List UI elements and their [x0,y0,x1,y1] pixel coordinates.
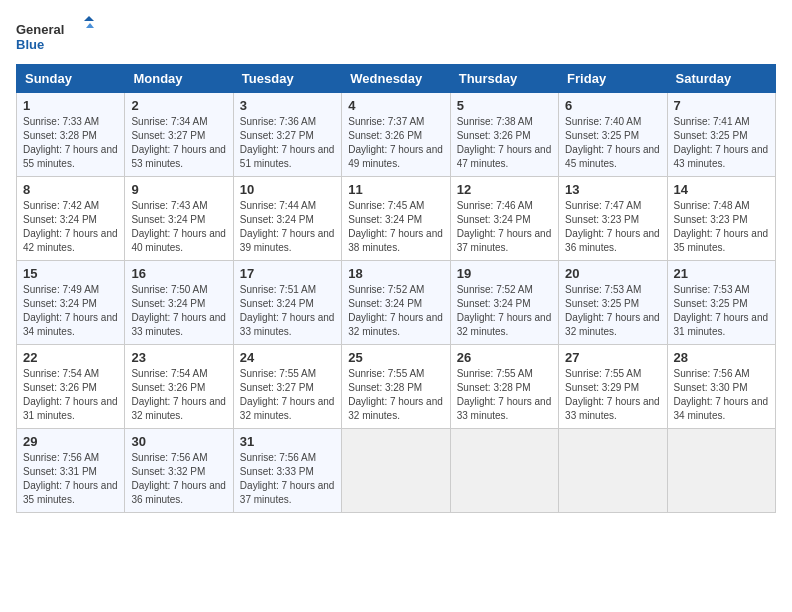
day-info: Sunrise: 7:55 AMSunset: 3:27 PMDaylight:… [240,367,335,423]
day-info: Sunrise: 7:49 AMSunset: 3:24 PMDaylight:… [23,283,118,339]
calendar-cell: 1Sunrise: 7:33 AMSunset: 3:28 PMDaylight… [17,93,125,177]
calendar-cell: 27Sunrise: 7:55 AMSunset: 3:29 PMDayligh… [559,345,667,429]
day-info: Sunrise: 7:44 AMSunset: 3:24 PMDaylight:… [240,199,335,255]
calendar-cell: 2Sunrise: 7:34 AMSunset: 3:27 PMDaylight… [125,93,233,177]
day-info: Sunrise: 7:50 AMSunset: 3:24 PMDaylight:… [131,283,226,339]
weekday-header-friday: Friday [559,65,667,93]
weekday-header-saturday: Saturday [667,65,775,93]
calendar-cell: 22Sunrise: 7:54 AMSunset: 3:26 PMDayligh… [17,345,125,429]
calendar-cell: 31Sunrise: 7:56 AMSunset: 3:33 PMDayligh… [233,429,341,513]
day-number: 6 [565,98,660,113]
day-info: Sunrise: 7:37 AMSunset: 3:26 PMDaylight:… [348,115,443,171]
day-info: Sunrise: 7:34 AMSunset: 3:27 PMDaylight:… [131,115,226,171]
day-number: 11 [348,182,443,197]
calendar-cell [450,429,558,513]
calendar-cell [667,429,775,513]
day-number: 25 [348,350,443,365]
calendar-cell: 24Sunrise: 7:55 AMSunset: 3:27 PMDayligh… [233,345,341,429]
day-number: 23 [131,350,226,365]
calendar-cell: 29Sunrise: 7:56 AMSunset: 3:31 PMDayligh… [17,429,125,513]
day-number: 15 [23,266,118,281]
calendar-week-1: 1Sunrise: 7:33 AMSunset: 3:28 PMDaylight… [17,93,776,177]
day-info: Sunrise: 7:53 AMSunset: 3:25 PMDaylight:… [565,283,660,339]
day-number: 29 [23,434,118,449]
calendar-cell: 4Sunrise: 7:37 AMSunset: 3:26 PMDaylight… [342,93,450,177]
day-number: 18 [348,266,443,281]
day-info: Sunrise: 7:55 AMSunset: 3:28 PMDaylight:… [348,367,443,423]
svg-marker-3 [86,23,94,28]
calendar-cell: 7Sunrise: 7:41 AMSunset: 3:25 PMDaylight… [667,93,775,177]
calendar-cell: 20Sunrise: 7:53 AMSunset: 3:25 PMDayligh… [559,261,667,345]
day-number: 20 [565,266,660,281]
weekday-header-thursday: Thursday [450,65,558,93]
calendar-cell: 21Sunrise: 7:53 AMSunset: 3:25 PMDayligh… [667,261,775,345]
day-number: 19 [457,266,552,281]
day-info: Sunrise: 7:56 AMSunset: 3:32 PMDaylight:… [131,451,226,507]
svg-marker-2 [84,16,94,21]
day-info: Sunrise: 7:40 AMSunset: 3:25 PMDaylight:… [565,115,660,171]
weekday-header-row: SundayMondayTuesdayWednesdayThursdayFrid… [17,65,776,93]
calendar-cell: 9Sunrise: 7:43 AMSunset: 3:24 PMDaylight… [125,177,233,261]
calendar-cell: 23Sunrise: 7:54 AMSunset: 3:26 PMDayligh… [125,345,233,429]
calendar-cell: 3Sunrise: 7:36 AMSunset: 3:27 PMDaylight… [233,93,341,177]
day-number: 22 [23,350,118,365]
day-info: Sunrise: 7:47 AMSunset: 3:23 PMDaylight:… [565,199,660,255]
day-number: 9 [131,182,226,197]
day-number: 31 [240,434,335,449]
day-info: Sunrise: 7:33 AMSunset: 3:28 PMDaylight:… [23,115,118,171]
day-number: 28 [674,350,769,365]
calendar-week-3: 15Sunrise: 7:49 AMSunset: 3:24 PMDayligh… [17,261,776,345]
day-number: 2 [131,98,226,113]
svg-text:Blue: Blue [16,37,44,52]
weekday-header-monday: Monday [125,65,233,93]
day-info: Sunrise: 7:54 AMSunset: 3:26 PMDaylight:… [131,367,226,423]
calendar-cell: 26Sunrise: 7:55 AMSunset: 3:28 PMDayligh… [450,345,558,429]
day-info: Sunrise: 7:52 AMSunset: 3:24 PMDaylight:… [348,283,443,339]
calendar-cell: 11Sunrise: 7:45 AMSunset: 3:24 PMDayligh… [342,177,450,261]
day-info: Sunrise: 7:56 AMSunset: 3:31 PMDaylight:… [23,451,118,507]
calendar-cell: 28Sunrise: 7:56 AMSunset: 3:30 PMDayligh… [667,345,775,429]
calendar-week-5: 29Sunrise: 7:56 AMSunset: 3:31 PMDayligh… [17,429,776,513]
calendar-cell: 6Sunrise: 7:40 AMSunset: 3:25 PMDaylight… [559,93,667,177]
calendar-cell: 17Sunrise: 7:51 AMSunset: 3:24 PMDayligh… [233,261,341,345]
day-info: Sunrise: 7:56 AMSunset: 3:33 PMDaylight:… [240,451,335,507]
day-info: Sunrise: 7:55 AMSunset: 3:29 PMDaylight:… [565,367,660,423]
day-number: 12 [457,182,552,197]
day-info: Sunrise: 7:56 AMSunset: 3:30 PMDaylight:… [674,367,769,423]
calendar-cell: 19Sunrise: 7:52 AMSunset: 3:24 PMDayligh… [450,261,558,345]
day-number: 26 [457,350,552,365]
weekday-header-wednesday: Wednesday [342,65,450,93]
day-number: 8 [23,182,118,197]
calendar-cell: 14Sunrise: 7:48 AMSunset: 3:23 PMDayligh… [667,177,775,261]
calendar-cell: 18Sunrise: 7:52 AMSunset: 3:24 PMDayligh… [342,261,450,345]
day-info: Sunrise: 7:36 AMSunset: 3:27 PMDaylight:… [240,115,335,171]
day-number: 27 [565,350,660,365]
day-info: Sunrise: 7:43 AMSunset: 3:24 PMDaylight:… [131,199,226,255]
day-info: Sunrise: 7:46 AMSunset: 3:24 PMDaylight:… [457,199,552,255]
day-info: Sunrise: 7:53 AMSunset: 3:25 PMDaylight:… [674,283,769,339]
calendar-cell: 5Sunrise: 7:38 AMSunset: 3:26 PMDaylight… [450,93,558,177]
calendar-cell: 30Sunrise: 7:56 AMSunset: 3:32 PMDayligh… [125,429,233,513]
svg-text:General: General [16,22,64,37]
day-info: Sunrise: 7:48 AMSunset: 3:23 PMDaylight:… [674,199,769,255]
logo: General Blue [16,16,96,56]
day-number: 16 [131,266,226,281]
day-info: Sunrise: 7:42 AMSunset: 3:24 PMDaylight:… [23,199,118,255]
day-number: 1 [23,98,118,113]
calendar-cell: 25Sunrise: 7:55 AMSunset: 3:28 PMDayligh… [342,345,450,429]
calendar-cell: 16Sunrise: 7:50 AMSunset: 3:24 PMDayligh… [125,261,233,345]
day-number: 5 [457,98,552,113]
weekday-header-sunday: Sunday [17,65,125,93]
calendar-cell: 12Sunrise: 7:46 AMSunset: 3:24 PMDayligh… [450,177,558,261]
day-info: Sunrise: 7:52 AMSunset: 3:24 PMDaylight:… [457,283,552,339]
calendar-cell [342,429,450,513]
day-number: 24 [240,350,335,365]
day-info: Sunrise: 7:54 AMSunset: 3:26 PMDaylight:… [23,367,118,423]
day-info: Sunrise: 7:41 AMSunset: 3:25 PMDaylight:… [674,115,769,171]
day-number: 4 [348,98,443,113]
calendar-cell: 15Sunrise: 7:49 AMSunset: 3:24 PMDayligh… [17,261,125,345]
day-number: 3 [240,98,335,113]
day-number: 13 [565,182,660,197]
logo-icon: General Blue [16,16,96,56]
day-info: Sunrise: 7:45 AMSunset: 3:24 PMDaylight:… [348,199,443,255]
